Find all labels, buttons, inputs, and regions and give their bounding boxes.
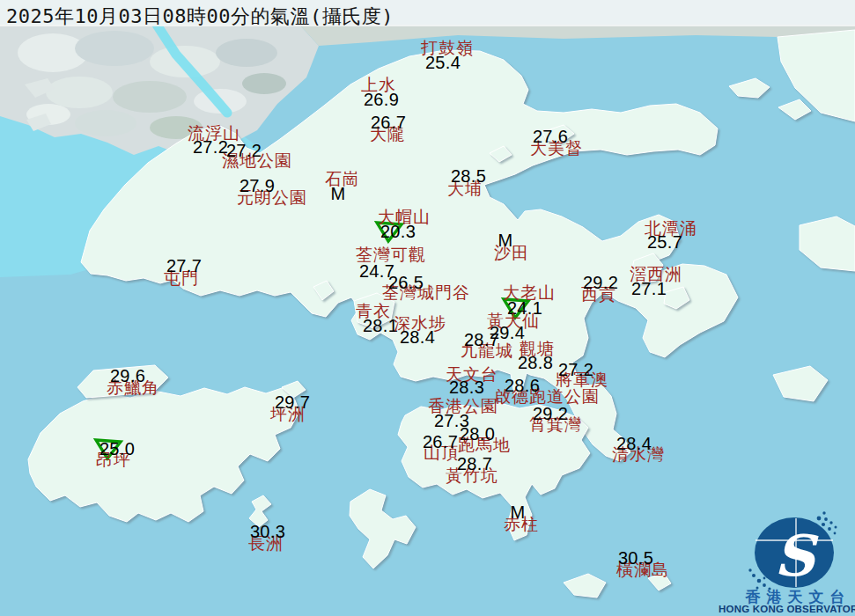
hong-kong-map: S xyxy=(0,0,855,616)
station-temperature: 29.7 xyxy=(275,392,310,413)
station-temperature: 25.4 xyxy=(425,53,461,73)
station-temperature: 26.9 xyxy=(364,90,399,110)
station-temperature: 30.3 xyxy=(250,522,285,542)
station-temperature: 25.0 xyxy=(100,439,135,459)
station-temperature: 28.7 xyxy=(457,454,492,474)
station-temperature: 28.5 xyxy=(451,166,486,187)
station-temperature: 30.5 xyxy=(618,548,653,568)
svg-text:S: S xyxy=(774,523,819,589)
station-temperature: 27.7 xyxy=(166,256,202,276)
temperature-map: S 2025年10月03日08時00分的氣溫(攝氏度) 打鼓嶺25.4上水26.… xyxy=(0,0,855,616)
station-temperature: 26.5 xyxy=(388,273,424,293)
station-temperature: 29.2 xyxy=(533,404,568,424)
station-temperature: 26.7 xyxy=(371,113,406,133)
station-temperature: 28.8 xyxy=(518,353,553,373)
station-temperature: 28.4 xyxy=(616,434,652,454)
station-temperature: 29.2 xyxy=(583,273,618,293)
station-temperature: 27.9 xyxy=(240,176,275,196)
station-temperature: M xyxy=(511,502,526,523)
station-temperature: 25.7 xyxy=(647,232,682,253)
station-temperature: 27.2 xyxy=(558,360,593,380)
station-temperature: 28.6 xyxy=(505,376,540,396)
station-temperature: M xyxy=(331,184,346,204)
station-temperature: 27.6 xyxy=(533,127,568,147)
hko-logo-english: HONG KONG OBSERVATORY xyxy=(719,604,855,614)
station-temperature: M xyxy=(498,231,513,251)
station-temperature: 26.7 xyxy=(423,432,458,452)
station-temperature: 20.3 xyxy=(380,222,416,242)
station-temperature: 28.7 xyxy=(464,330,499,350)
station-temperature: 28.0 xyxy=(460,424,495,444)
station-temperature: 28.4 xyxy=(400,327,435,348)
station-temperature: 29.6 xyxy=(110,366,145,386)
map-title: 2025年10月03日08時00分的氣溫(攝氏度) xyxy=(6,4,394,30)
station-temperature: 27.2 xyxy=(226,141,262,161)
station-temperature: 27.1 xyxy=(631,279,667,299)
